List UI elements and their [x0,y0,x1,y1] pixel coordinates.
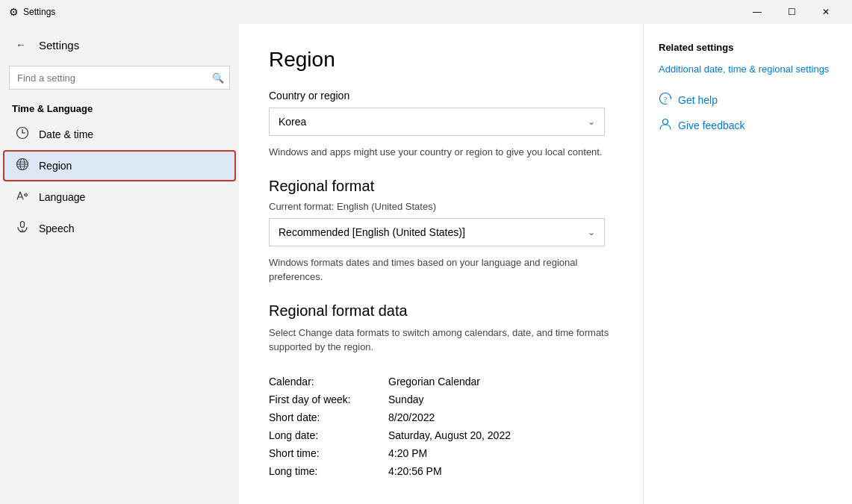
give-feedback-action[interactable]: Give feedback [659,117,837,134]
regional-format-title: Regional format [269,178,613,195]
table-row: Calendar: Gregorian Calendar [269,373,613,391]
data-val: Gregorian Calendar [388,376,480,388]
sidebar-item-label-region: Region [39,160,72,172]
data-key: Short date: [269,411,388,423]
right-panel: Related settings Additional date, time &… [643,24,852,504]
search-box: 🔍 [9,66,230,90]
sidebar-item-label-date-time: Date & time [39,128,93,140]
related-title: Related settings [659,42,837,53]
sidebar-item-speech[interactable]: Speech [3,213,236,244]
search-input[interactable] [9,66,230,90]
get-help-label: Get help [678,94,718,106]
sidebar-item-region[interactable]: Region [3,150,236,181]
data-key: Long date: [269,429,388,441]
related-link[interactable]: Additional date, time & regional setting… [659,62,837,77]
svg-point-16 [663,119,668,124]
page-title: Region [269,48,613,72]
data-key: Long time: [269,465,388,477]
country-dropdown[interactable]: Korea ⌄ [269,108,605,136]
country-value: Korea [279,116,306,128]
main-content: Region Country or region Korea ⌄ Windows… [239,24,643,504]
section-label: Time & Language [0,99,239,119]
get-help-icon: ? [659,92,672,108]
language-icon [15,189,30,205]
maximize-button[interactable]: ☐ [774,0,809,24]
country-label: Country or region [269,90,613,102]
titlebar-controls: — ☐ ✕ [740,0,843,24]
data-table: Calendar: Gregorian Calendar First day o… [269,373,613,480]
region-icon [15,158,30,174]
format-dropdown[interactable]: Recommended [English (United States)] ⌄ [269,218,605,246]
sidebar-app-title: Settings [39,39,79,52]
data-val: Sunday [388,393,423,405]
give-feedback-label: Give feedback [678,119,745,131]
sidebar-header: ← Settings [0,27,239,63]
format-dropdown-arrow: ⌄ [588,227,595,237]
settings-icon: ⚙ [9,6,19,18]
data-val: 4:20:56 PM [388,465,442,477]
back-button[interactable]: ← [9,33,33,57]
current-format-label: Current format: English (United States) [269,201,613,212]
svg-rect-10 [21,222,25,228]
data-title: Regional format data [269,302,613,320]
titlebar-title: Settings [23,7,55,17]
data-val: Saturday, August 20, 2022 [388,429,511,441]
titlebar: ⚙ Settings — ☐ ✕ [0,0,852,24]
table-row: Short time: 4:20 PM [269,444,613,462]
sidebar-item-date-time[interactable]: Date & time [3,119,236,150]
search-icon: 🔍 [212,72,224,84]
minimize-button[interactable]: — [740,0,774,24]
data-val: 8/20/2022 [388,411,435,423]
sidebar-item-label-speech: Speech [39,223,74,234]
format-hint: Windows formats dates and times based on… [269,255,612,284]
country-dropdown-arrow: ⌄ [588,116,595,127]
app-body: ← Settings 🔍 Time & Language Date & time [0,24,852,504]
data-key: Short time: [269,447,388,459]
data-key: Calendar: [269,376,388,388]
data-val: 4:20 PM [388,447,427,459]
sidebar: ← Settings 🔍 Time & Language Date & time [0,24,239,504]
close-button[interactable]: ✕ [809,0,843,24]
get-help-action[interactable]: ? Get help [659,92,837,108]
country-hint: Windows and apps might use your country … [269,145,612,160]
format-value: Recommended [English (United States)] [279,226,465,238]
table-row: First day of week: Sunday [269,391,613,408]
sidebar-item-label-language: Language [39,191,85,203]
date-time-icon [15,126,30,143]
sidebar-item-language[interactable]: Language [3,181,236,213]
data-hint: Select Change data formats to switch amo… [269,326,612,355]
table-row: Short date: 8/20/2022 [269,408,613,426]
speech-icon [15,220,30,237]
table-row: Long date: Saturday, August 20, 2022 [269,426,613,444]
back-arrow-icon: ← [16,39,26,51]
data-key: First day of week: [269,393,388,405]
give-feedback-icon [659,117,672,134]
table-row: Long time: 4:20:56 PM [269,462,613,480]
